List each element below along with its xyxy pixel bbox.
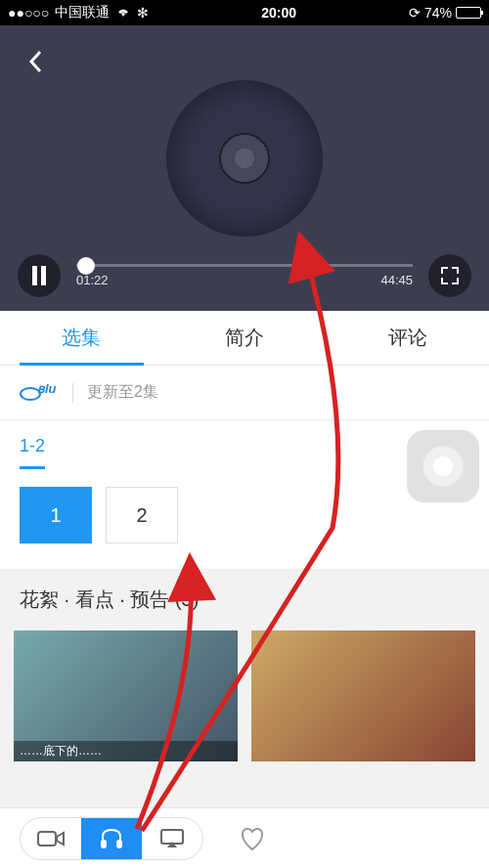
extras-heading: 花絮 · 看点 · 预告 (3): [0, 569, 489, 630]
video-mode-button[interactable]: [21, 817, 81, 860]
fullscreen-button[interactable]: [428, 254, 471, 297]
elapsed-time: 01:22: [76, 273, 109, 287]
battery-pct: 74%: [424, 5, 452, 21]
tab-episodes[interactable]: 选集: [0, 311, 163, 365]
bluray-icon: ʙlu: [20, 379, 59, 406]
back-button[interactable]: [16, 41, 57, 82]
svg-rect-0: [32, 266, 37, 285]
thumb-1-caption: ……底下的……: [14, 741, 238, 761]
status-bar: ●●○○○ 中国联通 ✻ 20:00 ⟳ 74%: [0, 0, 489, 25]
total-time: 44:45: [380, 273, 413, 287]
clock: 20:00: [149, 5, 409, 21]
loading-icon: ✻: [137, 5, 149, 21]
content-tabs: 选集 简介 评论: [0, 311, 489, 366]
extras-thumb-1[interactable]: ……底下的……: [14, 630, 238, 761]
tab-summary[interactable]: 简介: [163, 311, 327, 365]
svg-rect-1: [41, 266, 46, 285]
extras-thumbnails: ……底下的……: [0, 630, 489, 761]
range-1-2[interactable]: 1-2: [20, 436, 45, 469]
bottom-toolbar: [0, 807, 489, 868]
signal-dots-icon: ●●○○○: [8, 5, 49, 21]
episode-2-button[interactable]: 2: [106, 487, 178, 543]
episode-1-button[interactable]: 1: [20, 487, 92, 543]
episode-grid: 1 2: [0, 469, 489, 569]
extras-thumb-2[interactable]: [251, 630, 475, 761]
like-button[interactable]: [231, 817, 274, 860]
tab-comments[interactable]: 评论: [326, 311, 489, 365]
airplay-button[interactable]: [142, 817, 202, 860]
mode-switch: [20, 817, 203, 860]
svg-rect-7: [161, 830, 183, 844]
source-row: ʙlu 更新至2集: [0, 366, 489, 420]
svg-rect-4: [38, 832, 56, 846]
album-disc-icon: [166, 80, 323, 237]
battery-icon: [456, 7, 481, 19]
svg-text:ʙlu: ʙlu: [37, 381, 57, 396]
update-status: 更新至2集: [87, 382, 158, 403]
divider: [72, 383, 73, 403]
audio-mode-button[interactable]: [81, 817, 142, 860]
progress-thumb[interactable]: [77, 257, 95, 275]
lock-rotation-icon: ⟳: [409, 5, 421, 21]
pause-button[interactable]: [18, 254, 61, 297]
assistive-touch-icon[interactable]: [407, 430, 479, 502]
svg-rect-5: [101, 840, 107, 848]
carrier-label: 中国联通: [55, 4, 110, 22]
media-player: 01:22 44:45: [0, 25, 489, 311]
svg-rect-6: [116, 840, 122, 848]
wifi-icon: [115, 5, 131, 21]
progress-slider[interactable]: [76, 264, 413, 267]
